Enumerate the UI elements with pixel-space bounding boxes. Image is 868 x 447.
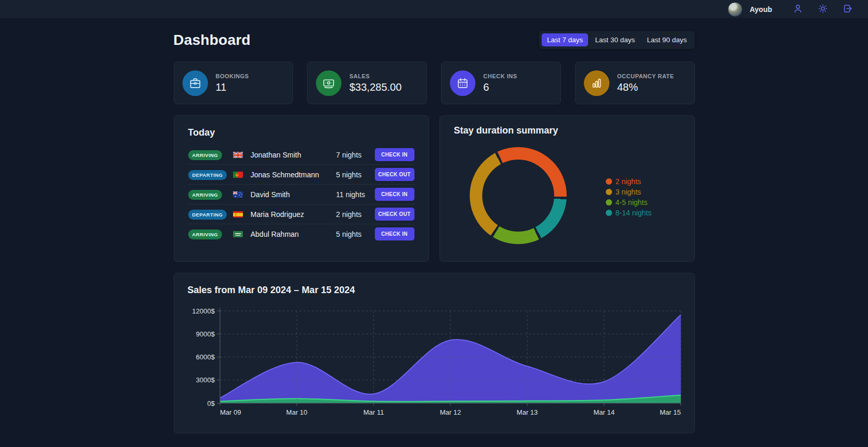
stay-duration-donut-chart	[470, 147, 567, 244]
x-axis-tick-label: Mar 09	[220, 408, 241, 416]
status-badge: ARRIVING	[188, 150, 223, 160]
check-out-button[interactable]: CHECK OUT	[375, 168, 414, 181]
today-row: ARRIVINGAbdul Rahman5 nightsCHECK IN	[188, 224, 414, 244]
today-activity-card: Today ARRIVINGJonathan Smith7 nightsCHEC…	[174, 115, 429, 262]
stat-card-check-ins: CHECK INS6	[441, 62, 561, 104]
sales-area-chart: 0$3000$6000$9000$12000$Mar 09Mar 10Mar 1…	[188, 296, 682, 424]
y-axis-tick-label: 0$	[207, 400, 215, 407]
status-badge-wrap: DEPARTING	[188, 209, 233, 220]
stat-text: SALES$33,285.00	[349, 73, 401, 93]
x-axis-tick-label: Mar 14	[593, 408, 614, 416]
stat-label: BOOKINGS	[216, 73, 249, 79]
today-row: ARRIVINGJonathan Smith7 nightsCHECK IN	[188, 145, 414, 165]
y-axis-tick-label: 3000$	[195, 376, 215, 384]
today-activity-list: ARRIVINGJonathan Smith7 nightsCHECK INDE…	[188, 145, 414, 244]
filter-last-7-days[interactable]: Last 7 days	[542, 33, 588, 46]
legend-item-3-nights: 3 nights	[606, 187, 652, 197]
date-range-filter: Last 7 daysLast 30 daysLast 90 days	[539, 31, 694, 49]
check-in-button[interactable]: CHECK IN	[375, 227, 414, 240]
flag-pt-icon	[233, 171, 243, 178]
status-badge: ARRIVING	[188, 229, 223, 239]
status-badge-wrap: ARRIVING	[188, 229, 233, 239]
guest-name: Abdul Rahman	[251, 230, 336, 238]
today-title: Today	[188, 127, 414, 138]
logout-button[interactable]	[841, 3, 854, 16]
top-bar: Ayoub	[0, 0, 868, 19]
sales-chart-card: Sales from Mar 09 2024 – Mar 15 2024 0$3…	[174, 273, 695, 433]
stat-value: 48%	[617, 81, 674, 93]
stay-duration-card: Stay duration summary 2 nights3 nights4-…	[439, 115, 695, 262]
y-axis-tick-label: 9000$	[195, 330, 215, 338]
today-row: DEPARTINGJonas Schmedtmann5 nightsCHECK …	[188, 165, 414, 185]
sales-chart-title: Sales from Mar 09 2024 – Mar 15 2024	[188, 285, 681, 296]
status-badge-wrap: ARRIVING	[188, 189, 233, 200]
stat-card-occupancy-rate: OCCUPANCY RATE48%	[575, 62, 695, 104]
check-in-button[interactable]: CHECK IN	[375, 188, 414, 201]
legend-dot	[606, 189, 612, 195]
dashboard-page: Dashboard Last 7 daysLast 30 daysLast 90…	[174, 31, 695, 433]
briefcase-icon	[182, 70, 208, 96]
today-row: ARRIVINGDavid Smith11 nightsCHECK IN	[188, 185, 414, 204]
filter-last-90-days[interactable]: Last 90 days	[642, 33, 692, 46]
legend-label: 3 nights	[616, 188, 641, 196]
nights-count: 5 nights	[336, 171, 375, 179]
status-badge-wrap: ARRIVING	[188, 150, 233, 160]
guest-name: Maria Rodriguez	[251, 210, 336, 219]
user-icon	[792, 3, 803, 16]
filter-last-30-days[interactable]: Last 30 days	[590, 33, 640, 46]
bar-chart-icon	[584, 70, 609, 96]
stay-duration-legend: 2 nights3 nights4-5 nights8-14 nights	[606, 176, 652, 218]
legend-label: 8-14 nights	[616, 209, 652, 217]
stats-row: BOOKINGS11SALES$33,285.00CHECK INS6OCCUP…	[174, 62, 695, 104]
y-axis-tick-label: 12000$	[192, 307, 215, 315]
stat-label: SALES	[349, 73, 401, 79]
check-in-button[interactable]: CHECK IN	[375, 148, 414, 161]
guest-name: Jonathan Smith	[251, 151, 336, 159]
stat-text: OCCUPANCY RATE48%	[617, 73, 674, 93]
flag-gb-icon	[233, 151, 243, 158]
stat-text: CHECK INS6	[483, 73, 517, 93]
stat-card-sales: SALES$33,285.00	[307, 62, 427, 104]
legend-dot	[606, 199, 612, 206]
stat-card-bookings: BOOKINGS11	[174, 62, 294, 104]
flag-au-icon	[233, 191, 243, 198]
x-axis-tick-label: Mar 13	[517, 408, 537, 416]
user-account-button[interactable]	[791, 3, 804, 16]
legend-item-4-5-nights: 4-5 nights	[606, 197, 652, 208]
stay-duration-title: Stay duration summary	[454, 125, 680, 136]
stat-value: 6	[483, 81, 517, 93]
x-axis-tick-label: Mar 11	[363, 408, 384, 416]
status-badge: DEPARTING	[188, 170, 227, 180]
stat-value: $33,285.00	[349, 81, 401, 93]
avatar	[728, 2, 742, 17]
x-axis-tick-label: Mar 15	[659, 408, 680, 416]
stat-label: OCCUPANCY RATE	[617, 73, 674, 79]
stat-value: 11	[216, 81, 249, 93]
today-row: DEPARTINGMaria Rodriguez2 nightsCHECK OU…	[188, 204, 414, 224]
legend-label: 2 nights	[616, 177, 641, 186]
status-badge: DEPARTING	[188, 210, 227, 220]
nights-count: 7 nights	[336, 151, 375, 159]
page-title: Dashboard	[174, 32, 251, 49]
status-badge-wrap: DEPARTING	[188, 170, 233, 180]
nights-count: 2 nights	[336, 210, 375, 219]
legend-label: 4-5 nights	[616, 198, 647, 207]
theme-toggle-button[interactable]	[816, 3, 829, 16]
logout-icon	[842, 3, 853, 16]
flag-sa-icon	[233, 231, 243, 237]
stat-text: BOOKINGS11	[216, 73, 249, 93]
check-out-button[interactable]: CHECK OUT	[375, 208, 414, 221]
calendar-icon	[450, 70, 475, 96]
legend-dot	[606, 178, 612, 185]
stat-label: CHECK INS	[483, 73, 517, 79]
nights-count: 11 nights	[336, 190, 375, 199]
legend-item-8-14-nights: 8-14 nights	[606, 208, 652, 218]
legend-dot	[606, 210, 612, 216]
guest-name: David Smith	[251, 190, 336, 199]
guest-name: Jonas Schmedtmann	[251, 171, 336, 179]
legend-item-2-nights: 2 nights	[606, 176, 652, 187]
y-axis-tick-label: 6000$	[195, 353, 215, 361]
username: Ayoub	[750, 5, 772, 14]
x-axis-tick-label: Mar 10	[286, 408, 307, 416]
sun-icon	[817, 3, 828, 16]
